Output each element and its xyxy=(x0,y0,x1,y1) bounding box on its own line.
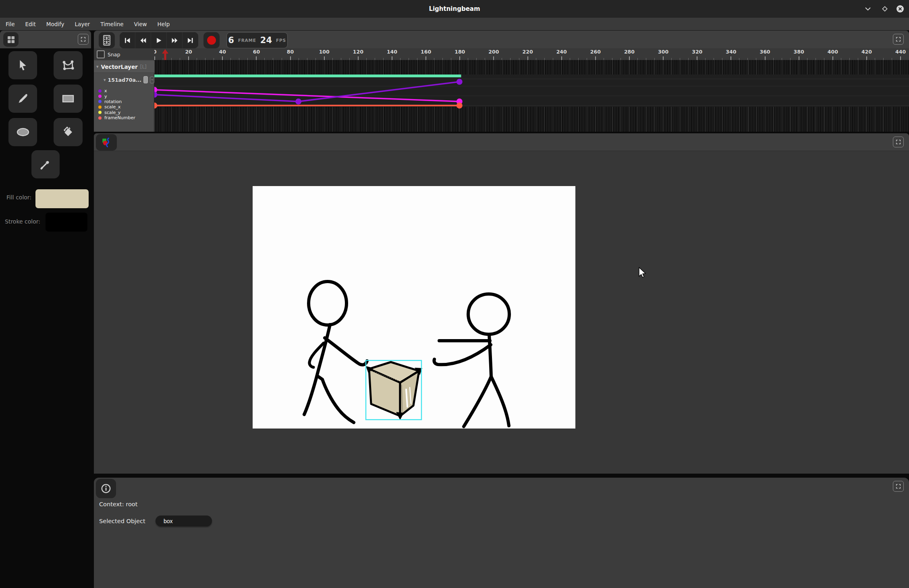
inspector-expand-button[interactable] xyxy=(893,481,904,492)
tool-panel: Fill color: Stroke color: xyxy=(0,31,91,588)
pencil-tool-button[interactable] xyxy=(8,85,37,113)
record-button[interactable] xyxy=(203,32,220,48)
menu-layer[interactable]: Layer xyxy=(75,21,90,27)
canvas-expand-button[interactable] xyxy=(893,137,904,147)
window-title: Lightningbeam xyxy=(0,0,909,18)
ruler-tick-major xyxy=(731,56,731,60)
node-editor-tool-button[interactable] xyxy=(54,51,83,79)
info-button[interactable] xyxy=(96,479,116,498)
timeline-expand-button[interactable] xyxy=(893,34,904,45)
maximize-icon[interactable] xyxy=(880,4,890,14)
ruler-label-60: 60 xyxy=(253,49,260,55)
ruler-tick-major xyxy=(866,56,867,60)
box-object[interactable] xyxy=(366,360,422,420)
property-label: x xyxy=(104,88,107,93)
layer-disclosure-icon[interactable]: ▾ xyxy=(96,64,99,69)
stick-figure-left[interactable] xyxy=(304,282,367,422)
ruler-label-220: 220 xyxy=(522,49,533,55)
snap-control: Snap xyxy=(97,50,120,58)
keyframe-x-0[interactable] xyxy=(154,92,158,98)
property-color-dot xyxy=(98,100,102,103)
ellipse-tool-button[interactable] xyxy=(8,118,37,146)
fast-forward-icon xyxy=(172,37,178,43)
selected-object-value[interactable]: box xyxy=(156,516,212,526)
property-color-dot xyxy=(98,89,102,93)
mouse-cursor xyxy=(639,267,646,278)
keyframe-frameNumber-180[interactable] xyxy=(457,103,463,109)
keyframe-area[interactable] xyxy=(154,60,909,132)
ruler-tick-major xyxy=(832,56,833,60)
timeline-ruler[interactable]: Snap 02040608010012014016018020022024026… xyxy=(94,48,909,60)
fps-label: FPS xyxy=(276,38,286,43)
record-icon xyxy=(207,36,216,45)
menu-timeline[interactable]: Timeline xyxy=(100,21,123,27)
snap-checkbox[interactable] xyxy=(97,50,105,58)
property-label: scale_y xyxy=(104,110,120,115)
property-row-rotation[interactable]: rotation xyxy=(94,99,154,104)
layer-row[interactable]: ▾ VectorLayer [L] xyxy=(94,61,154,73)
ruler-tick-major xyxy=(765,56,766,60)
property-row-x[interactable]: x xyxy=(94,88,154,93)
property-row-scale_y[interactable]: scale_y xyxy=(94,110,154,115)
object-visibility-button[interactable] xyxy=(143,76,148,83)
menu-bar: FileEditModifyLayerTimelineViewHelp xyxy=(0,18,909,31)
rewind-button[interactable] xyxy=(135,32,151,48)
object-row[interactable]: ▾ 151ad70a... ~ xyxy=(94,74,154,86)
skip-to-end-button[interactable] xyxy=(183,32,198,48)
menu-modify[interactable]: Modify xyxy=(46,21,64,27)
ruler-label-180: 180 xyxy=(454,49,465,55)
keyframe-frameNumber-0[interactable] xyxy=(154,103,158,109)
ruler-tick-major xyxy=(799,56,799,60)
timeline-tracks: ▾ VectorLayer [L] ▾ 151ad70a... ~ xyrota… xyxy=(94,60,909,132)
ruler-tick-major xyxy=(188,56,189,60)
ruler-tick-major xyxy=(324,56,325,60)
selected-object-label: Selected Object xyxy=(99,518,156,524)
canvas-header xyxy=(94,133,909,151)
ruler-tick-major xyxy=(358,56,359,60)
animation-curves[interactable] xyxy=(154,60,909,132)
panel-grid-button[interactable] xyxy=(3,32,19,47)
fill-color-swatch[interactable] xyxy=(35,189,89,208)
tool-panel-expand-button[interactable] xyxy=(78,34,89,45)
keyframe-x-85[interactable] xyxy=(295,99,301,105)
ruler-tick-major xyxy=(527,56,528,60)
keyframe-x-180[interactable] xyxy=(457,79,463,85)
eyedropper-tool-button[interactable] xyxy=(31,150,60,178)
menu-edit[interactable]: Edit xyxy=(25,21,36,27)
playhead[interactable] xyxy=(162,49,169,60)
stage[interactable] xyxy=(253,186,575,429)
ruler-scale[interactable]: 0204060801001201401601802002202402602803… xyxy=(154,48,909,60)
stroke-color-swatch[interactable] xyxy=(46,213,87,232)
canvas-mode-button[interactable] xyxy=(96,134,117,151)
minimize-icon[interactable] xyxy=(863,4,873,14)
property-row-y[interactable]: y xyxy=(94,93,154,99)
ruler-tick-major xyxy=(493,56,494,60)
menu-help[interactable]: Help xyxy=(158,21,170,27)
ruler-label-240: 240 xyxy=(556,49,567,55)
rectangle-tool-button[interactable] xyxy=(54,85,83,113)
stick-figure-right[interactable] xyxy=(434,294,509,427)
play-button[interactable] xyxy=(151,32,167,48)
fast-forward-button[interactable] xyxy=(167,32,183,48)
paint-bucket-tool-button[interactable] xyxy=(54,118,83,146)
canvas-workspace[interactable] xyxy=(94,151,909,474)
selected-object-row: Selected Object box xyxy=(99,516,212,526)
object-disclosure-icon[interactable]: ▾ xyxy=(104,77,106,83)
object-ease-button[interactable]: ~ xyxy=(150,77,154,83)
ruler-label-420: 420 xyxy=(861,49,872,55)
property-row-frameNumber[interactable]: frameNumber xyxy=(94,115,154,120)
film-button[interactable] xyxy=(99,32,115,48)
menu-view[interactable]: View xyxy=(134,21,147,27)
property-color-dot xyxy=(98,95,102,98)
menu-file[interactable]: File xyxy=(6,21,15,27)
skip-to-start-icon xyxy=(125,37,131,43)
layer-span-bar[interactable] xyxy=(154,75,461,77)
ruler-label-340: 340 xyxy=(726,49,736,55)
skip-to-start-button[interactable] xyxy=(120,32,135,48)
close-icon[interactable] xyxy=(895,4,905,14)
property-color-dot xyxy=(98,116,102,120)
property-row-scale_x[interactable]: scale_x xyxy=(94,104,154,110)
expand-icon xyxy=(81,37,86,42)
select-tool-button[interactable] xyxy=(8,51,37,79)
stroke-color-label: Stroke color: xyxy=(5,218,40,225)
